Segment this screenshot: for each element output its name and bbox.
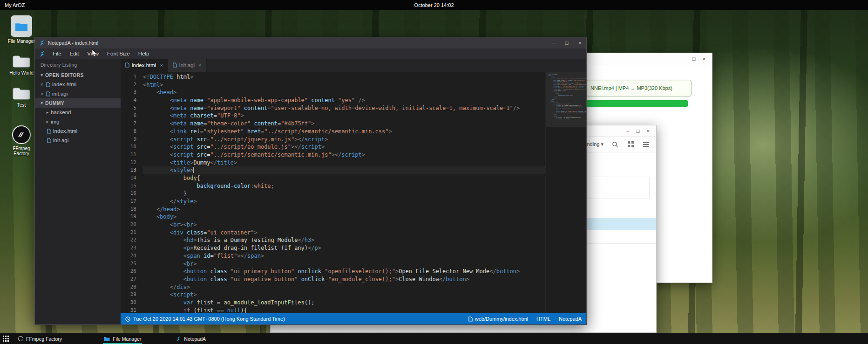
menu-icon[interactable] — [642, 141, 650, 148]
line-number: 30 — [121, 299, 136, 307]
chevron-down-icon: ▾ — [39, 101, 45, 105]
status-file-path: web/Dummy/index.html — [475, 316, 528, 322]
status-language[interactable]: HTML — [536, 316, 550, 322]
code-line[interactable]: <button class="ui primary button" onclic… — [143, 268, 586, 275]
tree-section-dummy[interactable]: ▾DUMMY — [35, 98, 121, 108]
tree-item-index-html[interactable]: ×index.html — [35, 80, 121, 89]
minimap-slider[interactable] — [546, 72, 586, 127]
line-number: 11 — [121, 151, 136, 159]
line-number: 17 — [121, 198, 136, 206]
code-line[interactable]: <p>Received drag-in filelist (if any)</p… — [143, 244, 586, 252]
line-number: 23 — [121, 244, 136, 252]
line-number: 26 — [121, 268, 136, 275]
menu-edit[interactable]: Edit — [66, 48, 83, 59]
desktop-icon-hello-world[interactable]: Hello World — [5, 55, 38, 76]
code-line[interactable]: } — [143, 190, 586, 198]
start-grid-icon[interactable] — [3, 336, 9, 342]
tab-index-html[interactable]: index.html× — [121, 59, 168, 72]
code-line[interactable]: <script src="../script/semantic/semantic… — [143, 151, 586, 159]
tree-item-init-agi[interactable]: ×init.agi — [35, 89, 121, 98]
tree-item-backend[interactable]: ▸backend — [35, 108, 121, 117]
close-editor-icon[interactable]: × — [39, 91, 45, 96]
line-number: 21 — [121, 229, 136, 237]
code-line[interactable]: <div class="ui container"> — [143, 229, 586, 237]
minimize-button[interactable]: − — [623, 126, 633, 136]
menu-help[interactable]: Help — [134, 48, 154, 59]
clock-icon — [125, 316, 130, 322]
line-number: 28 — [121, 283, 136, 291]
editor-pane: index.html×init.agi× 1234567891011121314… — [121, 59, 586, 324]
taskbar-item-ffmpeg-factory[interactable]: FFmpeg Factory — [15, 333, 65, 344]
tree-item-init-agi[interactable]: init.agi — [35, 136, 121, 145]
code-line[interactable]: <script> — [143, 291, 586, 299]
code-line[interactable]: <script src="../script/ao_module.js"></s… — [143, 143, 586, 151]
code-area[interactable]: 1234567891011121314151617181920212223242… — [121, 72, 586, 313]
code-line[interactable]: <meta name="theme-color" content="#4b75f… — [143, 120, 586, 128]
tree-item-index-html[interactable]: index.html — [35, 126, 121, 136]
code-line[interactable]: <span id="flist"></span> — [143, 252, 586, 260]
code-line[interactable]: </div> — [143, 283, 586, 291]
code-line[interactable]: <!DOCTYPE html> — [143, 73, 586, 81]
code-line[interactable]: if (flist == null){ — [143, 307, 586, 313]
tab-init-agi[interactable]: init.agi× — [168, 59, 207, 72]
code-line[interactable]: </head> — [143, 206, 586, 213]
search-icon[interactable] — [611, 141, 619, 148]
desktop-icon-file-manager[interactable]: File Manager — [5, 15, 38, 44]
notepada-titlebar[interactable]: NotepadA - index.html − □ × — [35, 37, 586, 48]
maximize-button[interactable]: □ — [689, 54, 699, 64]
code-line[interactable]: <meta charset="UTF-8"> — [143, 112, 586, 120]
file-manager-app-icon — [11, 15, 32, 37]
code-line[interactable]: background-color:white; — [143, 182, 586, 190]
code-line[interactable]: var flist = ao_module_loadInputFiles(); — [143, 299, 586, 307]
line-number: 8 — [121, 128, 136, 136]
close-button[interactable]: × — [643, 126, 653, 136]
code-line[interactable]: <style> — [143, 166, 586, 174]
menu-file[interactable]: File — [48, 48, 66, 59]
code-line[interactable]: <h3>This is a Dummy Testing Module</h3> — [143, 236, 586, 244]
code-line[interactable]: <button class="ui negative button" onCli… — [143, 275, 586, 283]
code-line[interactable]: <title>Dummy</title> — [143, 159, 586, 167]
code-line[interactable]: <html> — [143, 81, 586, 89]
menu-font-size[interactable]: Font Size — [103, 48, 134, 59]
tree-item-img[interactable]: ▸img — [35, 117, 121, 126]
desktop-icon-test[interactable]: Test — [5, 87, 38, 108]
status-bar: Tue Oct 20 2020 14:01:43 GMT+0800 (Hong … — [121, 313, 586, 324]
code-line[interactable]: <br><br> — [143, 221, 586, 229]
close-editor-icon[interactable]: × — [39, 82, 45, 87]
taskbar-items: FFmpeg FactoryFile ManagerNotepadA — [9, 333, 209, 344]
code-line[interactable]: body{ — [143, 174, 586, 182]
code-line[interactable]: <meta name="apple-mobile-web-app-capable… — [143, 96, 586, 104]
taskbar-item-file-manager[interactable]: File Manager — [101, 333, 144, 344]
minimize-button[interactable]: − — [678, 54, 689, 64]
line-number: 29 — [121, 291, 136, 299]
code-line[interactable]: <body> — [143, 213, 586, 221]
folder-icon — [104, 336, 110, 341]
code-line[interactable]: <head> — [143, 89, 586, 96]
code-line[interactable]: <br> — [143, 260, 586, 268]
close-tab-icon[interactable]: × — [160, 62, 163, 68]
code-line[interactable]: <script src="../script/jquery.min.js"></… — [143, 136, 586, 144]
minimize-button[interactable]: − — [547, 37, 560, 48]
minimap[interactable]: <!DOCTYPE html><html> <head> <meta name=… — [545, 72, 586, 313]
code-lines[interactable]: <!DOCTYPE html><html> <head> <meta name=… — [143, 73, 586, 313]
code-line[interactable]: <meta name="viewport" content="user-scal… — [143, 104, 586, 112]
line-numbers: 1234567891011121314151617181920212223242… — [121, 73, 143, 313]
code-line[interactable]: <link rel="stylesheet" href="../script/s… — [143, 128, 586, 136]
desktop-icon-ffmpeg-factory[interactable]: FFmpeg Factory — [5, 125, 38, 156]
start-menu-label[interactable]: My ArOZ — [5, 2, 25, 8]
code-line[interactable]: </style> — [143, 198, 586, 206]
maximize-button[interactable]: □ — [633, 126, 643, 136]
line-number: 15 — [121, 182, 136, 190]
close-button[interactable]: × — [699, 54, 709, 64]
line-number: 20 — [121, 221, 136, 229]
file-manager-window-controls: − □ × — [623, 126, 653, 136]
menu-view[interactable]: View — [83, 48, 103, 59]
close-button[interactable]: × — [573, 37, 586, 48]
grid-view-icon[interactable] — [627, 141, 634, 148]
close-tab-icon[interactable]: × — [198, 62, 201, 68]
line-number: 2 — [121, 81, 136, 89]
taskbar-item-notepada[interactable]: NotepadA — [173, 333, 209, 344]
ffmpeg-icon — [18, 336, 23, 341]
maximize-button[interactable]: □ — [560, 37, 573, 48]
tree-section-open-editors[interactable]: ▾OPEN EDITORS — [35, 70, 121, 80]
